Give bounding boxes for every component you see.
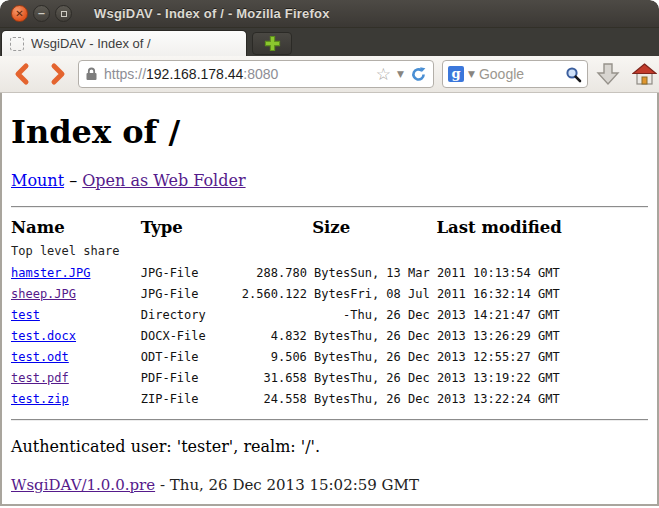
version-timestamp: - Thu, 26 Dec 2013 15:02:59 GMT [155, 476, 419, 494]
file-type: DOCX-File [141, 325, 242, 346]
column-header-modified: Last modified [350, 214, 648, 240]
search-icon[interactable] [565, 66, 582, 83]
url-scheme: https:// [104, 66, 146, 82]
mount-link[interactable]: Mount [11, 171, 64, 190]
file-type: ZIP-File [141, 388, 242, 409]
minimize-icon[interactable]: − [33, 5, 50, 22]
plus-icon [264, 35, 281, 52]
file-modified: Thu, 26 Dec 2013 14:21:47 GMT [350, 304, 648, 325]
file-size: 2.560.122 Bytes [242, 283, 350, 304]
tab-wsgidav[interactable]: WsgiDAV - Index of / [1, 30, 247, 56]
file-size: 24.558 Bytes [242, 388, 350, 409]
tab-label: WsgiDAV - Index of / [31, 36, 151, 51]
authenticated-user-line: Authenticated user: 'tester', realm: '/'… [11, 437, 648, 456]
directory-table: Name Type Size Last modified Top level s… [11, 214, 648, 409]
home-button[interactable] [628, 59, 659, 89]
reload-icon[interactable] [410, 66, 427, 83]
page-title: Index of / [11, 113, 648, 151]
divider-top [11, 206, 648, 208]
forward-button[interactable] [42, 59, 74, 89]
file-link[interactable]: test.zip [11, 392, 69, 406]
download-arrow-icon [596, 62, 620, 87]
new-tab-button[interactable] [252, 32, 292, 55]
column-header-size: Size [242, 214, 350, 240]
url-port: :8080 [243, 66, 278, 82]
window-bottom-border [0, 504, 659, 506]
file-modified: Sun, 13 Mar 2011 10:13:54 GMT [350, 262, 648, 283]
file-modified: Thu, 26 Dec 2013 13:22:24 GMT [350, 388, 648, 409]
titlebar: ✕ − WsgiDAV - Index of / - Mozilla Firef… [0, 0, 659, 28]
column-header-type: Type [141, 214, 242, 240]
link-separator: – [64, 171, 82, 190]
google-engine-icon[interactable]: g [448, 66, 464, 82]
search-bar[interactable]: g ▼ Google [442, 60, 588, 88]
file-link[interactable]: test [11, 308, 40, 322]
file-type: Directory [141, 304, 242, 325]
file-modified: Fri, 08 Jul 2011 16:32:14 GMT [350, 283, 648, 304]
tab-bar: WsgiDAV - Index of / [0, 28, 659, 56]
mount-links-line: Mount – Open as Web Folder [11, 171, 648, 190]
table-row: test.zip ZIP-File 24.558 Bytes Thu, 26 D… [11, 388, 648, 409]
file-size: 4.832 Bytes [242, 325, 350, 346]
bookmark-star-icon[interactable]: ☆ [376, 66, 391, 83]
maximize-glyph [61, 11, 67, 17]
urlbar-dropdown-icon[interactable]: ▼ [397, 69, 404, 79]
file-size: 9.506 Bytes [242, 346, 350, 367]
table-row: test.pdf PDF-File 31.658 Bytes Thu, 26 D… [11, 367, 648, 388]
file-modified: Thu, 26 Dec 2013 13:26:29 GMT [350, 325, 648, 346]
window-title: WsgiDAV - Index of / - Mozilla Firefox [94, 6, 330, 21]
browser-window: ✕ − WsgiDAV - Index of / - Mozilla Firef… [0, 0, 659, 508]
table-row: test.docx DOCX-File 4.832 Bytes Thu, 26 … [11, 325, 648, 346]
share-label: Top level share [11, 240, 648, 262]
file-type: PDF-File [141, 367, 242, 388]
directory-table-header: Name Type Size Last modified [11, 214, 648, 240]
lock-icon [85, 67, 98, 81]
table-row: sheep.JPG JPG-File 2.560.122 Bytes Fri, … [11, 283, 648, 304]
navigation-toolbar: https://192.168.178.44:8080 ☆ ▼ g ▼ Goog… [0, 56, 659, 93]
maximize-icon[interactable] [55, 5, 72, 22]
column-header-name: Name [11, 214, 141, 240]
file-link[interactable]: sheep.JPG [11, 287, 76, 301]
table-row: test.odt ODT-File 9.506 Bytes Thu, 26 De… [11, 346, 648, 367]
file-modified: Thu, 26 Dec 2013 12:55:27 GMT [350, 346, 648, 367]
table-row: test Directory - Thu, 26 Dec 2013 14:21:… [11, 304, 648, 325]
file-size: 31.658 Bytes [242, 367, 350, 388]
version-line: WsgiDAV/1.0.0.pre - Thu, 26 Dec 2013 15:… [11, 476, 648, 494]
search-input[interactable]: Google [479, 66, 561, 82]
file-type: JPG-File [141, 283, 242, 304]
file-link[interactable]: test.docx [11, 329, 76, 343]
table-row: hamster.JPG JPG-File 288.780 Bytes Sun, … [11, 262, 648, 283]
wsgidav-version-link[interactable]: WsgiDAV/1.0.0.pre [11, 476, 155, 494]
url-text[interactable]: https://192.168.178.44:8080 [104, 66, 370, 82]
file-size: 288.780 Bytes [242, 262, 350, 283]
back-button[interactable] [6, 59, 38, 89]
search-engine-dropdown-icon[interactable]: ▼ [468, 69, 475, 79]
page-content: Index of / Mount – Open as Web Folder Na… [0, 93, 659, 504]
forward-arrow-icon [47, 62, 69, 86]
file-type: JPG-File [141, 262, 242, 283]
open-as-web-folder-link[interactable]: Open as Web Folder [82, 171, 245, 190]
file-type: ODT-File [141, 346, 242, 367]
file-modified: Thu, 26 Dec 2013 13:19:22 GMT [350, 367, 648, 388]
url-host: 192.168.178.44 [146, 66, 243, 82]
file-link[interactable]: test.odt [11, 350, 69, 364]
file-link[interactable]: test.pdf [11, 371, 69, 385]
file-size: - [242, 304, 350, 325]
back-arrow-icon [11, 62, 33, 86]
file-link[interactable]: hamster.JPG [11, 266, 90, 280]
home-icon [632, 63, 657, 86]
favicon-placeholder-icon [10, 37, 24, 51]
share-label-row: Top level share [11, 240, 648, 262]
close-icon[interactable]: ✕ [11, 5, 28, 22]
url-bar[interactable]: https://192.168.178.44:8080 ☆ ▼ [78, 60, 434, 88]
divider-bottom [11, 419, 648, 421]
downloads-button[interactable] [592, 59, 624, 89]
